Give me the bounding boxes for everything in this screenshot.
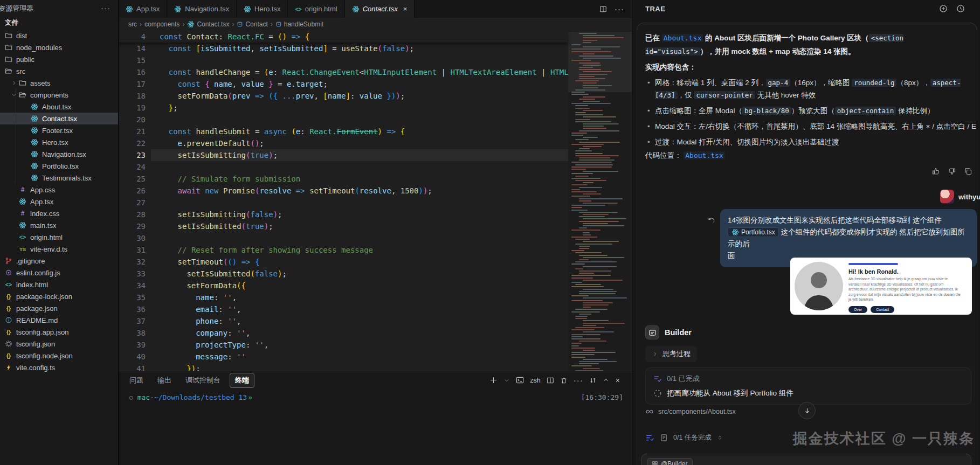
file-tree-item-navigation-tsx[interactable]: Navigation.tsx <box>0 148 118 160</box>
file-tree-item-dist[interactable]: dist <box>0 30 118 41</box>
builder-label: Builder <box>665 328 692 337</box>
file-tree-item-footer-tsx[interactable]: Footer.tsx <box>0 124 118 136</box>
prompt-user: mac <box>137 393 150 401</box>
undo-message-icon[interactable] <box>707 217 715 227</box>
task-progress-card[interactable]: 0/1 已完成 把画廊功能从 About 移到 Portfolio 组件 <box>645 367 971 405</box>
more-actions-icon[interactable]: ··· <box>574 376 583 385</box>
file-tree-item-tsconfig-json[interactable]: tsconfig.json <box>0 338 118 350</box>
builder-mode-chip[interactable]: @Builder <box>647 458 693 465</box>
move-panel-icon[interactable] <box>589 377 597 384</box>
thumbs-down-icon[interactable] <box>948 167 956 176</box>
file-reference-row[interactable]: src/components/About.tsx <box>645 407 736 416</box>
file-tree-item-components[interactable]: components <box>0 89 118 101</box>
file-tree-item-node-modules[interactable]: node_modules <box>0 41 118 53</box>
editor-tab-contact-tsx[interactable]: Contact.tsx× <box>345 0 415 18</box>
json-icon: {} <box>4 292 13 301</box>
new-terminal-icon[interactable] <box>489 376 498 384</box>
more-actions-icon[interactable]: ··· <box>615 4 624 13</box>
breadcrumb-separator: › <box>232 20 234 28</box>
more-icon[interactable]: ··· <box>101 3 111 12</box>
spinner-icon <box>653 389 662 398</box>
scroll-to-bottom-button[interactable] <box>798 402 816 419</box>
editor-tab-navigation-tsx[interactable]: Navigation.tsx <box>167 0 237 18</box>
breadcrumb: src›components›Contact.tsx›Contact›handl… <box>119 18 632 31</box>
file-tree-item--gitignore[interactable]: .gitignore <box>0 255 118 267</box>
file-tree-item-index-css[interactable]: #index.css <box>0 207 118 219</box>
file-tree-item-tsconfig-node-json[interactable]: {}tsconfig.node.json <box>0 350 118 362</box>
terminal-tab-终端[interactable]: 终端 <box>230 373 254 388</box>
react-icon <box>30 126 39 135</box>
thumbs-up-icon[interactable] <box>931 167 940 176</box>
file-tree-item-assets[interactable]: assets <box>0 77 118 89</box>
chat-input-box[interactable]: @Builder <box>641 454 971 465</box>
file-label: Testimonials.tsx <box>42 174 92 182</box>
file-tree-item-testimonials-tsx[interactable]: Testimonials.tsx <box>0 172 118 184</box>
code-line-38: 38company: '', <box>119 327 568 339</box>
thinking-process-toggle[interactable]: 思考过程 <box>645 346 697 362</box>
attached-screenshot[interactable]: Hi! Ik ben Ronald. Als freelance 3D visu… <box>790 258 972 315</box>
editor-tab-origin-html[interactable]: <>origin.html <box>288 0 344 18</box>
file-label: components <box>30 91 68 99</box>
file-tree-item-vite-env-d-ts[interactable]: TSvite-env.d.ts <box>0 243 118 255</box>
terminal-tab-输出[interactable]: 输出 <box>157 376 171 385</box>
file-label: index.css <box>30 210 59 218</box>
close-tab-icon[interactable]: × <box>403 5 408 13</box>
kill-terminal-icon[interactable] <box>560 377 568 384</box>
file-tree-item-about-tsx[interactable]: About.tsx <box>0 101 118 113</box>
prompt-separator: · <box>150 393 154 401</box>
terminal-body[interactable]: ○ mac · ~/Downloads/testbed 13 » [16:30:… <box>119 389 632 465</box>
file-tree-item-tsconfig-app-json[interactable]: {}tsconfig.app.json <box>0 326 118 338</box>
code-location-file-link[interactable]: About.tsx <box>684 151 724 159</box>
code-line-22: 22e.preventDefault(); <box>119 137 568 149</box>
split-terminal-icon[interactable] <box>547 377 554 384</box>
file-tree-item-package-lock-json[interactable]: {}package-lock.json <box>0 290 118 302</box>
file-chip[interactable]: Portfolio.tsx <box>728 227 779 237</box>
chevron-right-icon[interactable] <box>11 80 18 86</box>
file-label: App.tsx <box>30 198 53 206</box>
maximize-panel-icon[interactable] <box>603 377 610 384</box>
history-icon[interactable] <box>956 4 965 13</box>
file-tree-item-package-json[interactable]: {}package.json <box>0 302 118 314</box>
file-tree-item-origin-html[interactable]: <>origin.html <box>0 231 118 243</box>
file-tree-item-src[interactable]: src <box>0 65 118 77</box>
copy-icon[interactable] <box>964 167 972 176</box>
file-tree-item-hero-tsx[interactable]: Hero.tsx <box>0 136 118 148</box>
task-list-icon[interactable] <box>645 433 654 442</box>
breadcrumb-item[interactable]: components <box>144 20 180 28</box>
file-tree-item-public[interactable]: public <box>0 53 118 65</box>
file-label: eslint.config.js <box>16 269 60 277</box>
minimap[interactable] <box>568 31 632 371</box>
split-editor-icon[interactable] <box>599 5 607 13</box>
breadcrumb-item[interactable]: src <box>128 20 137 28</box>
shell-icon[interactable] <box>516 376 524 384</box>
breadcrumb-item[interactable]: Contact.tsx <box>187 20 229 28</box>
file-label: Portfolio.tsx <box>42 162 79 170</box>
file-tree-item-app-css[interactable]: #App.css <box>0 184 118 196</box>
file-tree-item-readme-md[interactable]: README.md <box>0 314 118 326</box>
minimap-slider[interactable] <box>568 32 632 92</box>
chevron-down-icon[interactable] <box>11 92 18 98</box>
workspace-section-label[interactable]: 文件 <box>5 18 18 27</box>
terminal-dropdown-icon[interactable] <box>503 377 510 384</box>
file-tree-item-contact-tsx[interactable]: Contact.tsx <box>0 113 118 124</box>
chevron-up-down-icon[interactable] <box>717 435 723 441</box>
file-tree-item-main-tsx[interactable]: main.tsx <box>0 219 118 231</box>
code-editor[interactable]: 4const Contact: React.FC = () => {14cons… <box>119 31 632 371</box>
breadcrumb-item[interactable]: handleSubmit <box>275 20 323 28</box>
file-tree-item-app-tsx[interactable]: App.tsx <box>0 196 118 207</box>
breadcrumb-item[interactable]: Contact <box>237 20 267 28</box>
file-tree-item-portfolio-tsx[interactable]: Portfolio.tsx <box>0 160 118 172</box>
file-tree-item-index-html[interactable]: <>index.html <box>0 279 118 290</box>
terminal-tab-调试控制台[interactable]: 调试控制台 <box>185 376 220 385</box>
file-label: Hero.tsx <box>42 138 68 147</box>
close-panel-icon[interactable]: × <box>616 376 620 385</box>
file-tree-item-eslint-config-js[interactable]: eslint.config.js <box>0 267 118 279</box>
terminal-tab-问题[interactable]: 问题 <box>129 376 143 385</box>
editor-tab-hero-tsx[interactable]: Hero.tsx <box>237 0 288 18</box>
json-icon: {} <box>4 351 13 360</box>
document-icon[interactable] <box>660 434 668 442</box>
new-chat-icon[interactable] <box>939 4 948 13</box>
editor-tab-app-tsx[interactable]: App.tsx <box>119 0 167 18</box>
code-line-14: 14const [isSubmitted, setIsSubmitted] = … <box>119 43 568 54</box>
file-tree-item-vite-config-ts[interactable]: vite.config.ts <box>0 362 118 373</box>
